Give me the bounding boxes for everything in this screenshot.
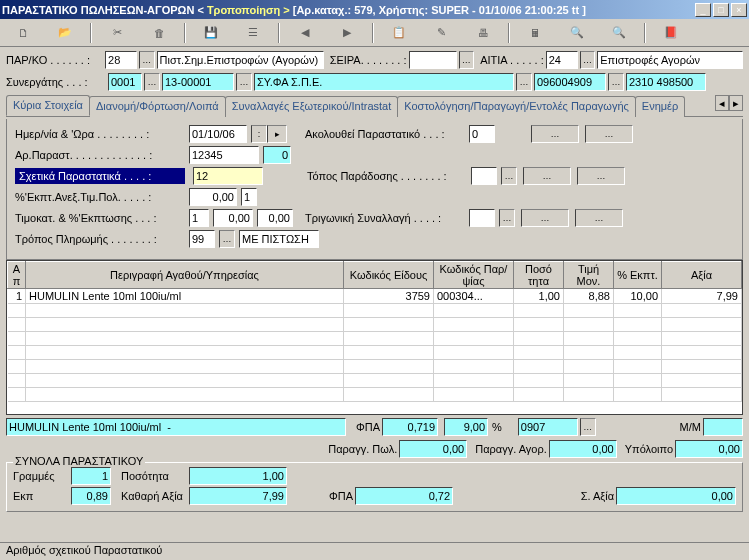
parko-field[interactable] — [105, 51, 137, 69]
item-desc-field[interactable] — [6, 418, 346, 436]
next-icon[interactable]: ▶ — [328, 22, 366, 44]
timokat2-field[interactable] — [213, 209, 253, 227]
mm-field[interactable] — [703, 418, 743, 436]
trash-icon[interactable]: 🗑 — [140, 22, 178, 44]
topos-btn2[interactable]: … — [577, 167, 625, 185]
close-button[interactable]: × — [731, 3, 747, 17]
tab-update[interactable]: Ενημέρ — [635, 96, 685, 117]
syn2-lookup[interactable]: … — [236, 73, 252, 91]
table-row[interactable] — [8, 304, 742, 318]
fpa-pct-field[interactable] — [444, 418, 488, 436]
save-icon[interactable]: 💾 — [192, 22, 230, 44]
col-qty[interactable]: Ποσό τητα — [514, 262, 564, 289]
table-row[interactable] — [8, 346, 742, 360]
syn-name-field[interactable] — [254, 73, 514, 91]
syn1-field[interactable] — [108, 73, 142, 91]
paragor-field[interactable] — [549, 440, 617, 458]
table-row[interactable] — [8, 318, 742, 332]
syn1-lookup[interactable]: … — [144, 73, 160, 91]
arparast2-field[interactable] — [263, 146, 291, 164]
table-row[interactable] — [8, 388, 742, 402]
timokat3-field[interactable] — [257, 209, 293, 227]
related-field[interactable] — [193, 167, 263, 185]
edit-icon[interactable]: ✎ — [422, 22, 460, 44]
ekpt1-field[interactable] — [189, 188, 237, 206]
cell-desc[interactable]: HUMULIN Lente 10ml 100iu/ml — [26, 289, 344, 304]
follow-btn2[interactable]: … — [585, 125, 633, 143]
col-aa[interactable]: A π — [8, 262, 26, 289]
col-pct[interactable]: % Εκπτ. — [614, 262, 662, 289]
follow-field[interactable] — [469, 125, 495, 143]
seira-field[interactable] — [409, 51, 457, 69]
cell-code[interactable]: 3759 — [344, 289, 434, 304]
cell-pcode[interactable]: 000304... — [434, 289, 514, 304]
new-icon[interactable]: 🗋 — [4, 22, 42, 44]
table-row[interactable] — [8, 374, 742, 388]
date-cal-btn[interactable]: ▸ — [267, 125, 287, 143]
code2-lookup[interactable]: … — [580, 418, 596, 436]
col-desc[interactable]: Περιγραφή Αγαθού/Υπηρεσίας — [26, 262, 344, 289]
tropos-field[interactable] — [189, 230, 215, 248]
aitia-lookup[interactable]: … — [580, 51, 596, 69]
afm-field[interactable] — [534, 73, 606, 91]
tab-dist[interactable]: Διανομή/Φόρτωση/Λοιπά — [89, 96, 226, 117]
seira-lookup[interactable]: … — [459, 51, 475, 69]
afm-lookup[interactable]: … — [608, 73, 624, 91]
cell-val[interactable]: 7,99 — [662, 289, 742, 304]
col-price[interactable]: Τιμή Μον. — [564, 262, 614, 289]
col-val[interactable]: Αξία — [662, 262, 742, 289]
date-field[interactable] — [189, 125, 247, 143]
maximize-button[interactable]: □ — [713, 3, 729, 17]
col-pcode[interactable]: Κωδικός Παρ/ψίας — [434, 262, 514, 289]
syn3-lookup[interactable]: … — [516, 73, 532, 91]
trig-btn1[interactable]: … — [521, 209, 569, 227]
timokat1-field[interactable] — [189, 209, 209, 227]
syn2-field[interactable] — [162, 73, 234, 91]
cell-price[interactable]: 8,88 — [564, 289, 614, 304]
copy-icon[interactable]: 📋 — [380, 22, 418, 44]
prev-icon[interactable]: ◀ — [286, 22, 324, 44]
code2-field[interactable] — [518, 418, 578, 436]
tab-intrastat[interactable]: Συναλλαγές Εξωτερικού/Intrastat — [225, 96, 399, 117]
topos-field[interactable] — [471, 167, 497, 185]
cell-pct[interactable]: 10,00 — [614, 289, 662, 304]
ekpt2-field[interactable] — [241, 188, 257, 206]
minimize-button[interactable]: _ — [695, 3, 711, 17]
fpa-val-field[interactable] — [382, 418, 438, 436]
tab-costing[interactable]: Κοστολόγηση/Παραγωγή/Εντολές Παραγωγής — [397, 96, 636, 117]
follow-btn1[interactable]: … — [531, 125, 579, 143]
main-panel: Ημερ/νία & 'Ωρα . . . . . . . . : : ▸ Ακ… — [6, 119, 743, 260]
ekpt-label: %'Εκπτ.Ανεξ.Τιμ.Πολ. . . . . : — [15, 191, 185, 203]
aitia-field[interactable] — [546, 51, 578, 69]
parko-lookup[interactable]: … — [139, 51, 155, 69]
phone-field[interactable] — [626, 73, 706, 91]
table-row[interactable] — [8, 332, 742, 346]
tab-scroll-left[interactable]: ◂ — [715, 95, 729, 111]
find2-icon[interactable]: 🔍 — [600, 22, 638, 44]
topos-lookup[interactable]: … — [501, 167, 517, 185]
trig-btn2[interactable]: … — [575, 209, 623, 227]
trig-lookup[interactable]: … — [499, 209, 515, 227]
col-code[interactable]: Κωδικός Είδους — [344, 262, 434, 289]
print-icon[interactable]: 🖶 — [464, 22, 502, 44]
list-icon[interactable]: ☰ — [234, 22, 272, 44]
tropos-lookup[interactable]: … — [219, 230, 235, 248]
table-row[interactable] — [8, 360, 742, 374]
calc-icon[interactable]: 🖩 — [516, 22, 554, 44]
cell-qty[interactable]: 1,00 — [514, 289, 564, 304]
ypol-field[interactable] — [675, 440, 743, 458]
date-time-btn[interactable]: : — [251, 125, 267, 143]
book-icon[interactable]: 📕 — [652, 22, 690, 44]
items-grid[interactable]: A π Περιγραφή Αγαθού/Υπηρεσίας Κωδικός Ε… — [6, 260, 743, 415]
tab-main[interactable]: Κύρια Στοιχεία — [6, 95, 90, 116]
open-icon[interactable]: 📂 — [46, 22, 84, 44]
table-row[interactable]: 1 HUMULIN Lente 10ml 100iu/ml 3759 00030… — [8, 289, 742, 304]
arparast-field[interactable] — [189, 146, 259, 164]
find1-icon[interactable]: 🔍 — [558, 22, 596, 44]
parpol-field[interactable] — [399, 440, 467, 458]
tab-scroll-right[interactable]: ▸ — [729, 95, 743, 111]
trig-field[interactable] — [469, 209, 495, 227]
topos-btn1[interactable]: … — [523, 167, 571, 185]
cut-icon[interactable]: ✂ — [98, 22, 136, 44]
cell-aa[interactable]: 1 — [8, 289, 26, 304]
